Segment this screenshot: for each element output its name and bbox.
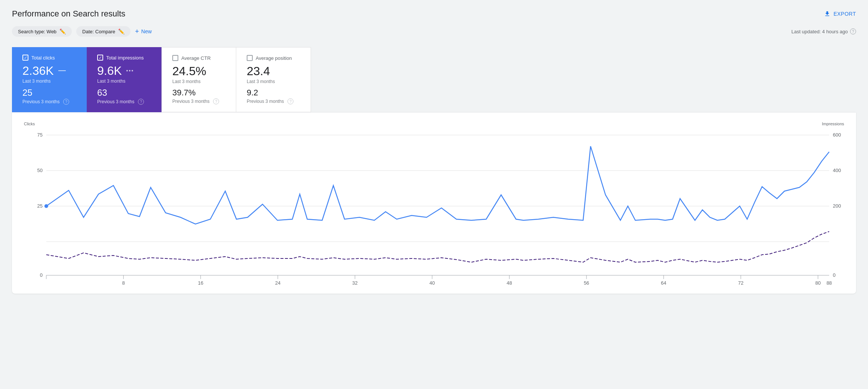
- metric-label-total-impressions: Total impressions: [106, 55, 144, 61]
- svg-text:75: 75: [37, 132, 42, 138]
- metric-value-avg-ctr: 24.5%: [172, 64, 206, 78]
- svg-text:400: 400: [833, 168, 841, 173]
- svg-text:25: 25: [37, 203, 42, 209]
- chart-wrapper: 75 50 25 0 600 400 200 0: [24, 128, 844, 285]
- checkbox-total-impressions[interactable]: [97, 55, 103, 61]
- metric-value-total-impressions: 9.6K: [97, 64, 122, 78]
- checkbox-total-clicks[interactable]: [22, 55, 28, 61]
- svg-text:600: 600: [833, 132, 841, 138]
- metric-prev-period-impressions: Previous 3 months ?: [97, 99, 151, 105]
- svg-text:80: 80: [815, 280, 821, 285]
- y-axis-right-label: Impressions: [822, 122, 844, 126]
- metric-period-ctr: Last 3 months: [172, 79, 225, 84]
- svg-text:64: 64: [661, 280, 666, 285]
- metric-period-clicks: Last 3 months: [22, 79, 76, 84]
- clicks-start-dot: [44, 204, 48, 208]
- svg-text:0: 0: [40, 272, 43, 278]
- search-type-filter[interactable]: Search type: Web ✏️: [12, 26, 72, 37]
- page-title: Performance on Search results: [12, 9, 125, 19]
- new-filter-button[interactable]: + New: [135, 28, 152, 36]
- metric-prev-value-ctr: 39.7%: [172, 88, 225, 98]
- last-updated: Last updated: 4 hours ago ?: [791, 28, 856, 34]
- edit-icon-date: ✏️: [118, 28, 124, 34]
- export-label: EXPORT: [834, 11, 856, 17]
- chart-section: Clicks Impressions 75 50 25 0 600 400 20…: [12, 112, 856, 294]
- filter-row: Search type: Web ✏️ Date: Compare ✏️ + N…: [12, 26, 856, 37]
- svg-text:0: 0: [833, 272, 835, 278]
- date-label: Date: Compare: [82, 29, 115, 34]
- metric-label-avg-ctr: Average CTR: [181, 55, 211, 61]
- metric-prev-value-clicks: 25: [22, 88, 76, 98]
- svg-text:24: 24: [275, 280, 280, 285]
- metric-value-total-clicks: 2.36K: [22, 64, 54, 78]
- checkbox-avg-position[interactable]: [247, 55, 253, 61]
- search-type-label: Search type: Web: [18, 29, 56, 34]
- svg-text:8: 8: [122, 280, 125, 285]
- metrics-container: Total clicks 2.36K Last 3 months 25 Prev…: [12, 47, 856, 112]
- impressions-line: [46, 232, 829, 262]
- metric-indicator-impressions: [126, 70, 133, 71]
- help-icon-impressions[interactable]: ?: [138, 99, 144, 105]
- svg-text:88: 88: [827, 280, 832, 285]
- metric-prev-value-impressions: 63: [97, 88, 151, 98]
- metric-period-impressions: Last 3 months: [97, 79, 151, 84]
- metric-prev-period-ctr: Previous 3 months ?: [172, 98, 225, 104]
- metric-prev-period-position: Previous 3 months ?: [247, 98, 300, 104]
- metric-label-avg-position: Average position: [256, 55, 292, 61]
- export-icon: [824, 10, 831, 17]
- metric-value-avg-position: 23.4: [247, 64, 270, 78]
- date-filter[interactable]: Date: Compare ✏️: [76, 26, 130, 37]
- metric-prev-period-clicks: Previous 3 months ?: [22, 99, 76, 105]
- svg-text:50: 50: [37, 168, 42, 173]
- metric-card-total-impressions[interactable]: Total impressions 9.6K Last 3 months 63 …: [87, 47, 161, 112]
- help-icon[interactable]: ?: [850, 28, 856, 34]
- metric-period-position: Last 3 months: [247, 79, 300, 84]
- metric-label-total-clicks: Total clicks: [31, 55, 55, 61]
- metric-prev-value-position: 9.2: [247, 88, 300, 98]
- metric-card-total-clicks[interactable]: Total clicks 2.36K Last 3 months 25 Prev…: [12, 47, 87, 112]
- clicks-line: [46, 146, 829, 224]
- help-icon-clicks[interactable]: ?: [63, 99, 69, 105]
- svg-text:40: 40: [430, 280, 435, 285]
- chart-svg: 75 50 25 0 600 400 200 0: [24, 128, 844, 285]
- svg-text:32: 32: [352, 280, 357, 285]
- help-icon-position[interactable]: ?: [287, 98, 293, 104]
- y-axis-left-label: Clicks: [24, 122, 35, 126]
- svg-text:200: 200: [833, 203, 841, 209]
- help-icon-ctr[interactable]: ?: [213, 98, 219, 104]
- svg-text:56: 56: [584, 280, 589, 285]
- checkbox-avg-ctr[interactable]: [172, 55, 178, 61]
- metric-card-avg-position[interactable]: Average position 23.4 Last 3 months 9.2 …: [236, 47, 311, 112]
- plus-icon: +: [135, 28, 139, 36]
- metric-card-avg-ctr[interactable]: Average CTR 24.5% Last 3 months 39.7% Pr…: [161, 47, 236, 112]
- export-button[interactable]: EXPORT: [824, 10, 856, 17]
- metric-indicator-clicks: [58, 70, 66, 71]
- new-label: New: [141, 28, 152, 34]
- edit-icon: ✏️: [59, 28, 66, 34]
- header-row: Performance on Search results EXPORT: [12, 9, 856, 19]
- svg-text:72: 72: [738, 280, 744, 285]
- svg-text:48: 48: [507, 280, 512, 285]
- page-container: Performance on Search results EXPORT Sea…: [0, 0, 868, 389]
- svg-text:16: 16: [198, 280, 203, 285]
